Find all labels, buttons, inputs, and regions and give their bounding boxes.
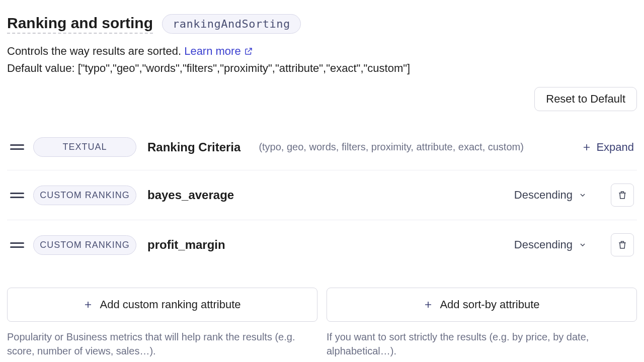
custom-ranking-hint: Popularity or Business metrics that will… (7, 330, 317, 358)
ranking-name: Ranking Criteria (147, 140, 240, 154)
delete-button[interactable] (611, 184, 634, 207)
api-name-pill: rankingAndSorting (162, 14, 301, 34)
direction-label: Descending (514, 238, 573, 251)
reset-to-default-button[interactable]: Reset to Default (534, 87, 637, 111)
direction-select[interactable]: Descending (514, 189, 587, 202)
chevron-down-icon (579, 191, 587, 199)
drag-handle-icon[interactable] (10, 193, 24, 198)
ranking-name: bayes_average (147, 188, 234, 202)
section-title: Ranking and sorting (7, 15, 153, 34)
drag-handle-icon[interactable] (10, 242, 24, 248)
default-label: Default value: (7, 62, 78, 74)
section-description: Controls the way results are sorted. Lea… (7, 43, 637, 60)
add-custom-ranking-label: Add custom ranking attribute (100, 298, 240, 311)
sort-by-hint: If you want to sort strictly the results… (327, 330, 637, 358)
trash-icon (617, 190, 627, 201)
ranking-row-custom: CUSTOM RANKING profit_margin Descending (7, 220, 637, 269)
delete-button[interactable] (611, 233, 634, 256)
default-value: ["typo","geo","words","filters","proximi… (78, 62, 411, 74)
plus-icon (424, 300, 433, 309)
kind-pill-textual: TEXTUAL (33, 137, 136, 157)
trash-icon (617, 239, 627, 250)
expand-label: Expand (596, 141, 634, 154)
add-sort-by-label: Add sort-by attribute (440, 298, 539, 311)
plus-icon (84, 300, 93, 309)
ranking-name: profit_margin (147, 238, 225, 252)
description-text: Controls the way results are sorted. (7, 45, 184, 57)
kind-pill-custom: CUSTOM RANKING (33, 235, 136, 255)
criteria-hint: (typo, geo, words, filters, proximity, a… (259, 140, 573, 154)
external-link-icon (244, 47, 253, 56)
direction-select[interactable]: Descending (514, 238, 587, 251)
learn-more-text: Learn more (184, 43, 241, 60)
add-sort-by-button[interactable]: Add sort-by attribute (327, 288, 637, 322)
add-custom-ranking-button[interactable]: Add custom ranking attribute (7, 288, 317, 322)
default-value-line: Default value: ["typo","geo","words","fi… (7, 62, 637, 75)
direction-label: Descending (514, 189, 573, 202)
chevron-down-icon (579, 241, 587, 249)
ranking-row-custom: CUSTOM RANKING bayes_average Descending (7, 170, 637, 220)
plus-icon (582, 143, 591, 152)
learn-more-link[interactable]: Learn more (184, 43, 253, 60)
drag-handle-icon[interactable] (10, 144, 24, 150)
expand-button[interactable]: Expand (582, 141, 634, 154)
kind-pill-custom: CUSTOM RANKING (33, 186, 136, 205)
ranking-row-textual: TEXTUAL Ranking Criteria (typo, geo, wor… (7, 124, 637, 170)
